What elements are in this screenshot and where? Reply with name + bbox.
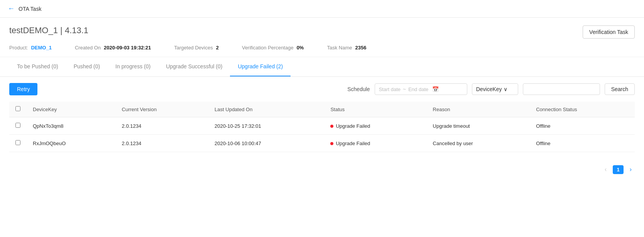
prev-page-button[interactable]: ‹ (602, 164, 610, 174)
back-button[interactable]: ← (8, 5, 15, 13)
tabs-section: To be Pushed (0)Pushed (0)In progress (0… (0, 57, 644, 77)
page-header: testDEMO_1 | 4.13.1 Verification Task Pr… (0, 18, 644, 57)
row-checkbox-cell (9, 135, 27, 152)
targeted-devices-label: Targeted Devices (174, 45, 213, 51)
status-dot-icon (330, 125, 333, 128)
row-checkbox-cell (9, 117, 27, 135)
page-main-title: testDEMO_1 | 4.13.1 (9, 25, 88, 36)
retry-button[interactable]: Retry (9, 83, 37, 95)
search-input[interactable] (523, 83, 600, 95)
verification-percentage-label: Verification Percentage (242, 45, 294, 51)
table-row: RxJmOQbeuO 2.0.1234 2020-10-06 10:00:47 … (9, 135, 635, 152)
search-button[interactable]: Search (605, 83, 635, 95)
tab-item-4[interactable]: Upgrade Failed (2) (230, 57, 291, 76)
title-name: testDEMO_1 (9, 25, 58, 35)
row-status: Upgrade Failed (324, 117, 426, 135)
col-connection-status: Connection Status (530, 102, 635, 117)
status-dot-icon (330, 142, 333, 145)
nav-title: OTA Task (19, 6, 41, 12)
device-key-select[interactable]: DeviceKey ∨ (472, 83, 518, 95)
row-device-key: RxJmOQbeuO (27, 135, 116, 152)
product-meta: Product: DEMO_1 (9, 45, 52, 51)
row-status: Upgrade Failed (324, 135, 426, 152)
row-reason: Upgrade timeout (427, 117, 530, 135)
row-reason: Cancelled by user (427, 135, 530, 152)
created-on-value: 2020-09-03 19:32:21 (104, 45, 151, 51)
row-checkbox-0[interactable] (15, 123, 20, 128)
col-reason: Reason (427, 102, 530, 117)
col-device-key: DeviceKey (27, 102, 116, 117)
select-all-checkbox[interactable] (15, 106, 20, 111)
col-status: Status (324, 102, 426, 117)
row-current-version: 2.0.1234 (116, 117, 209, 135)
calendar-icon: 📅 (432, 86, 439, 92)
tab-item-3[interactable]: Upgrade Successful (0) (158, 57, 230, 76)
row-connection-status: Offline (530, 117, 635, 135)
verification-percentage-meta: Verification Percentage 0% (242, 45, 304, 51)
title-version: 4.13.1 (65, 25, 88, 35)
col-current-version: Current Version (116, 102, 209, 117)
schedule-label: Schedule (347, 86, 370, 92)
product-label: Product: (9, 45, 28, 51)
product-value: DEMO_1 (31, 45, 51, 51)
verification-task-button[interactable]: Verification Task (583, 25, 635, 39)
data-table: DeviceKey Current Version Last Updated O… (9, 102, 635, 152)
task-name-value: 2356 (355, 45, 366, 51)
targeted-devices-value: 2 (216, 45, 219, 51)
title-separator: | (60, 25, 65, 35)
task-name-label: Task Name (327, 45, 352, 51)
table-row: QpNxTo3qm8 2.0.1234 2020-10-25 17:32:01 … (9, 117, 635, 135)
col-last-updated-on: Last Updated On (208, 102, 324, 117)
created-on-meta: Created On 2020-09-03 19:32:21 (75, 45, 151, 51)
tabs: To be Pushed (0)Pushed (0)In progress (0… (9, 57, 635, 76)
tab-item-2[interactable]: In progress (0) (108, 57, 158, 76)
header-checkbox-cell (9, 102, 27, 117)
task-name-meta: Task Name 2356 (327, 45, 366, 51)
row-last-updated-on: 2020-10-06 10:00:47 (208, 135, 324, 152)
row-last-updated-on: 2020-10-25 17:32:01 (208, 117, 324, 135)
current-page: 1 (613, 165, 623, 174)
device-key-label: DeviceKey (476, 86, 502, 92)
end-date-placeholder: End date (408, 86, 428, 92)
row-checkbox-1[interactable] (15, 140, 20, 145)
pagination: ‹ 1 › (0, 158, 644, 178)
table-header-row: DeviceKey Current Version Last Updated O… (9, 102, 635, 117)
verification-percentage-value: 0% (297, 45, 304, 51)
toolbar: Retry Schedule Start date ~ End date 📅 D… (9, 83, 635, 95)
top-nav: ← OTA Task (0, 0, 644, 18)
created-on-label: Created On (75, 45, 101, 51)
row-current-version: 2.0.1234 (116, 135, 209, 152)
row-device-key: QpNxTo3qm8 (27, 117, 116, 135)
back-arrow-icon: ← (8, 5, 15, 13)
content-area: Retry Schedule Start date ~ End date 📅 D… (0, 77, 644, 158)
tab-item-0[interactable]: To be Pushed (0) (9, 57, 66, 76)
date-separator: ~ (403, 86, 406, 92)
row-connection-status: Offline (530, 135, 635, 152)
date-range-picker[interactable]: Start date ~ End date 📅 (375, 83, 467, 95)
dropdown-icon: ∨ (504, 86, 507, 92)
next-page-button[interactable]: › (627, 164, 635, 174)
meta-info: Product: DEMO_1 Created On 2020-09-03 19… (9, 45, 635, 51)
tab-item-1[interactable]: Pushed (0) (66, 57, 108, 76)
targeted-devices-meta: Targeted Devices 2 (174, 45, 219, 51)
start-date-placeholder: Start date (379, 86, 401, 92)
